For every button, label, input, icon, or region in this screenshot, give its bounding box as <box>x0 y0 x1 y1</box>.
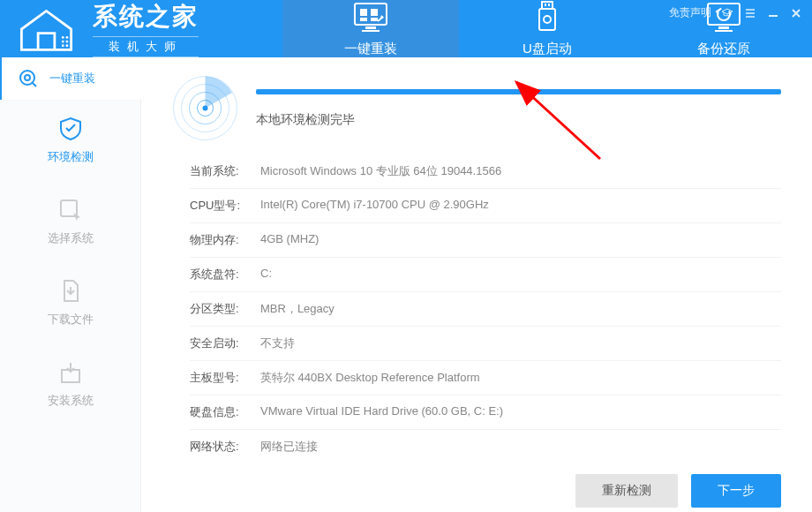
detect-status-text: 本地环境检测完毕 <box>256 112 781 128</box>
sidebar-item-download[interactable]: 下载文件 <box>0 262 140 343</box>
next-button[interactable]: 下一步 <box>691 474 781 508</box>
svg-point-1 <box>66 40 69 42</box>
logo: 系统之家 装机大师 <box>0 0 282 57</box>
redetect-button[interactable]: 重新检测 <box>575 474 678 508</box>
monitor-reinstall-icon <box>351 0 390 34</box>
progress-area: 本地环境检测完毕 <box>256 89 781 128</box>
window-controls: 免责声明 <box>669 5 803 20</box>
select-icon <box>57 197 84 223</box>
target-icon <box>18 68 39 89</box>
radar-icon <box>172 75 238 141</box>
nav-backup-label: 备份还原 <box>697 41 750 57</box>
svg-rect-9 <box>360 18 367 21</box>
sidebar-env-label: 环境检测 <box>48 149 94 165</box>
info-row-drive: 系统盘符:C: <box>190 258 781 292</box>
svg-point-17 <box>544 16 551 23</box>
body: 一键重装 环境检测 选择系统 下载文件 安装系统 <box>0 57 812 512</box>
detect-header: 本地环境检测完毕 <box>172 75 781 141</box>
progress-bar <box>256 89 781 94</box>
graduation-icon[interactable] <box>720 6 734 20</box>
house-logo-icon <box>13 3 79 56</box>
shield-check-icon <box>57 116 84 142</box>
nav-reinstall[interactable]: 一键重装 <box>282 0 459 57</box>
svg-point-31 <box>203 106 208 111</box>
sidebar-item-install[interactable]: 安装系统 <box>0 343 140 425</box>
sidebar-item-reinstall[interactable]: 一键重装 <box>0 57 140 100</box>
info-row-cpu: CPU型号:Intel(R) Core(TM) i7-10700 CPU @ 2… <box>190 189 781 223</box>
svg-rect-16 <box>539 9 555 30</box>
info-row-network: 网络状态:网络已连接 <box>190 430 781 463</box>
sidebar-select-label: 选择系统 <box>48 230 94 246</box>
sidebar-item-env-check[interactable]: 环境检测 <box>0 100 140 181</box>
svg-rect-7 <box>360 9 367 16</box>
svg-rect-21 <box>715 30 733 32</box>
menu-icon[interactable] <box>743 6 757 20</box>
svg-rect-11 <box>365 26 376 29</box>
svg-rect-14 <box>545 4 546 6</box>
system-info-list: 当前系统:Microsoft Windows 10 专业版 64位 19044.… <box>172 154 781 463</box>
svg-rect-12 <box>362 30 380 32</box>
logo-subtitle: 装机大师 <box>93 36 199 57</box>
svg-rect-8 <box>371 9 378 16</box>
sidebar: 一键重装 环境检测 选择系统 下载文件 安装系统 <box>0 57 141 512</box>
usb-drive-icon <box>528 0 567 34</box>
info-row-memory: 物理内存:4GB (MHZ) <box>190 223 781 258</box>
info-row-disk: 硬盘信息:VMware Virtual IDE Hard Drive (60.0… <box>190 395 781 430</box>
progress-fill <box>256 89 781 94</box>
nav-reinstall-label: 一键重装 <box>344 41 397 57</box>
disclaimer-link[interactable]: 免责声明 <box>669 5 711 20</box>
svg-point-24 <box>25 75 30 80</box>
svg-rect-10 <box>371 18 378 21</box>
info-row-partition: 分区类型:MBR，Legacy <box>190 292 781 327</box>
svg-rect-15 <box>548 4 550 6</box>
svg-point-5 <box>66 35 69 38</box>
header: 系统之家 装机大师 一键重装 <box>0 0 812 57</box>
sidebar-reinstall-label: 一键重装 <box>49 71 95 87</box>
sidebar-download-label: 下载文件 <box>48 312 94 328</box>
main-panel: 本地环境检测完毕 当前系统:Microsoft Windows 10 专业版 6… <box>141 57 812 512</box>
nav-usb-label: U盘启动 <box>523 41 572 57</box>
svg-point-4 <box>62 35 64 38</box>
info-row-motherboard: 主板型号:英特尔 440BX Desktop Reference Platfor… <box>190 361 781 395</box>
app-window: 系统之家 装机大师 一键重装 <box>0 0 812 512</box>
action-buttons: 重新检测 下一步 <box>172 474 781 508</box>
svg-point-0 <box>62 40 64 42</box>
sidebar-install-label: 安装系统 <box>48 393 94 409</box>
svg-rect-20 <box>718 26 729 29</box>
nav-usb-boot[interactable]: U盘启动 <box>459 0 635 57</box>
sidebar-item-select-system[interactable]: 选择系统 <box>0 181 140 262</box>
svg-point-2 <box>62 44 64 47</box>
logo-title: 系统之家 <box>93 0 199 34</box>
info-row-os: 当前系统:Microsoft Windows 10 专业版 64位 19044.… <box>190 154 781 189</box>
download-file-icon <box>57 278 84 305</box>
svg-rect-13 <box>542 2 553 9</box>
info-row-secureboot: 安全启动:不支持 <box>190 327 781 361</box>
logo-text: 系统之家 装机大师 <box>93 0 199 57</box>
minimize-icon[interactable] <box>766 6 780 20</box>
close-icon[interactable] <box>789 6 803 20</box>
install-box-icon <box>57 359 84 386</box>
svg-point-3 <box>66 44 69 47</box>
